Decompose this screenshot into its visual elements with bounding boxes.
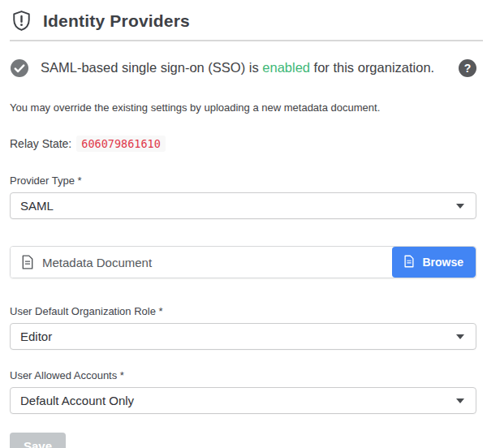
metadata-document-label-area: Metadata Document (11, 247, 392, 278)
identity-providers-page: Identity Providers SAML-based single sig… (0, 0, 487, 448)
browse-button-label: Browse (422, 256, 463, 269)
metadata-document-input[interactable]: Metadata Document Browse (10, 246, 476, 278)
chevron-down-icon (456, 204, 464, 209)
user-default-org-role-label: User Default Organization Role * (10, 305, 476, 317)
shield-exclamation-icon (11, 10, 32, 32)
user-allowed-accounts-value: Default Account Only (20, 394, 456, 407)
sso-status-row: SAML-based single sign-on (SSO) is enabl… (10, 58, 476, 78)
user-allowed-accounts-label: User Allowed Accounts * (10, 369, 476, 381)
user-allowed-accounts-select[interactable]: Default Account Only (10, 387, 476, 414)
page-title: Identity Providers (43, 11, 190, 31)
relay-state-row: Relay State: 606079861610 (10, 136, 476, 152)
provider-type-group: Provider Type * SAML (10, 174, 476, 219)
save-button[interactable]: Save (10, 433, 66, 448)
user-allowed-accounts-group: User Allowed Accounts * Default Account … (10, 369, 476, 414)
user-default-org-role-value: Editor (20, 330, 456, 343)
help-question-icon[interactable]: ? (459, 59, 476, 77)
chevron-down-icon (456, 398, 464, 403)
chevron-down-icon (456, 334, 464, 339)
status-enabled-highlight: enabled (262, 60, 310, 75)
check-circle-icon (10, 58, 29, 78)
browse-button[interactable]: Browse (392, 247, 476, 278)
status-text-before: SAML-based single sign-on (SSO) is (41, 60, 262, 75)
status-text-after: for this organization. (310, 60, 434, 75)
browse-file-icon (404, 255, 416, 269)
override-note: You may override the existing settings b… (10, 101, 476, 114)
metadata-document-placeholder: Metadata Document (42, 256, 152, 269)
relay-state-label: Relay State: (10, 137, 71, 150)
provider-type-select[interactable]: SAML (10, 192, 476, 219)
sso-status-text: SAML-based single sign-on (SSO) is enabl… (41, 59, 434, 76)
page-header: Identity Providers (10, 6, 483, 41)
file-document-icon (22, 255, 33, 269)
provider-type-label: Provider Type * (10, 174, 476, 187)
user-default-org-role-group: User Default Organization Role * Editor (10, 305, 476, 350)
user-default-org-role-select[interactable]: Editor (10, 323, 476, 350)
provider-type-value: SAML (20, 199, 456, 213)
relay-state-value: 606079861610 (76, 136, 166, 152)
